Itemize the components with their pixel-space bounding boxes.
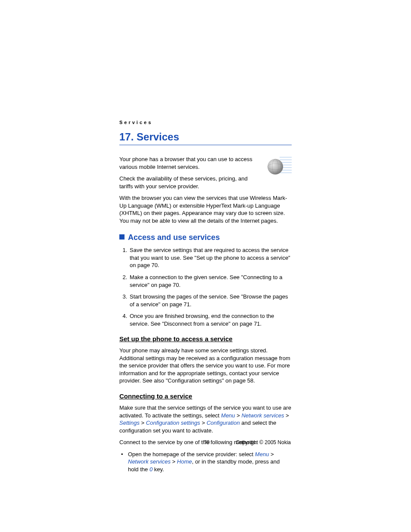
configuration-settings-ref[interactable]: Configuration settings (146, 420, 200, 426)
sub-connect-title: Connecting to a service (119, 392, 292, 400)
settings-ref[interactable]: Settings (119, 420, 140, 426)
list-item: Make a connection to the given service. … (129, 274, 292, 289)
page-number: 70 (204, 439, 209, 445)
configuration-ref[interactable]: Configuration (206, 420, 240, 426)
list-item: Open the homepage of the service provide… (128, 451, 292, 473)
sub-setup-body: Your phone may already have some service… (119, 347, 292, 385)
section-access-label: Access and use services (128, 233, 220, 242)
globe-icon (263, 156, 292, 178)
page-content: Services 17. Services (119, 120, 292, 477)
menu-ref[interactable]: Menu (221, 412, 235, 419)
network-services-ref[interactable]: Network services (241, 412, 284, 419)
list-item: Start browsing the pages of the service.… (129, 293, 292, 308)
intro-block: Your phone has a browser that you can us… (119, 156, 292, 194)
bullet-prefix: Open the homepage of the service provide… (128, 451, 255, 457)
access-steps-list: Save the service settings that are requi… (119, 246, 292, 327)
list-item: Once you are finished browsing, end the … (129, 312, 292, 327)
connect-methods-list: Open the homepage of the service provide… (119, 451, 292, 473)
intro-p3: With the browser you can view the servic… (119, 194, 292, 224)
running-header: Services (119, 120, 292, 125)
home-ref[interactable]: Home (177, 458, 192, 465)
sub-setup-title: Set up the phone to access a service (119, 335, 292, 342)
chapter-number: 17. (119, 131, 134, 143)
section-access-title: Access and use services (119, 233, 292, 242)
copyright: Copyright © 2005 Nokia (236, 439, 292, 445)
chapter-name: Services (137, 131, 179, 143)
section-bullet-icon (119, 234, 125, 240)
svg-point-7 (268, 159, 283, 174)
bullet-end: key. (153, 466, 164, 473)
chapter-rule (119, 145, 292, 145)
network-services-ref[interactable]: Network services (128, 458, 171, 465)
sub-connect-lead: Make sure that the service settings of t… (119, 404, 292, 434)
page-footer: 70 Copyright © 2005 Nokia (119, 439, 292, 445)
chapter-title: 17. Services (119, 131, 292, 145)
list-item: Save the service settings that are requi… (129, 246, 292, 269)
menu-ref[interactable]: Menu (255, 451, 269, 457)
